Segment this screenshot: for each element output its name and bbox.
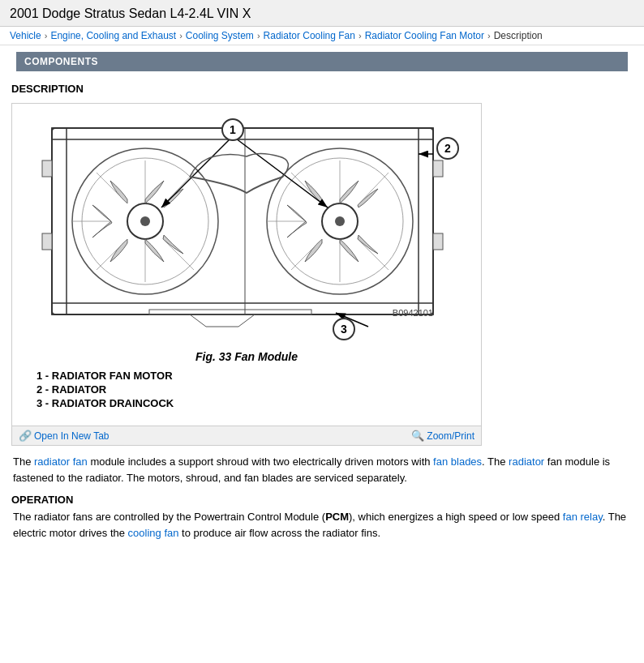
radiator-link-1[interactable]: radiator: [509, 456, 544, 468]
desc-text-3: . The: [482, 456, 509, 468]
section-header-components: COMPONENTS: [16, 52, 628, 71]
figure-caption: Fig. 33 Fan Module: [20, 350, 473, 363]
op-text-1: The radiator fans are controlled by the …: [13, 511, 325, 523]
breadcrumb-sep-4: ›: [358, 31, 362, 41]
svg-rect-45: [433, 233, 443, 250]
vehicle-title: 2001 Dodge Stratus Sedan L4-2.4L VIN X: [10, 6, 251, 20]
legend-item-1: 1 - RADIATOR FAN MOTOR: [36, 370, 457, 382]
svg-text:1: 1: [230, 123, 236, 136]
svg-rect-42: [42, 160, 52, 177]
cooling-fan-link[interactable]: cooling fan: [128, 527, 179, 539]
description-label: DESCRIPTION: [11, 83, 633, 95]
vehicle-title-normal: L4-2.4L VIN X: [166, 6, 251, 20]
svg-rect-44: [433, 160, 443, 177]
pcm-bold: PCM: [325, 511, 349, 523]
description-paragraph: The radiator fan module includes a suppo…: [11, 454, 633, 485]
svg-rect-43: [42, 233, 52, 250]
breadcrumb-fan-motor[interactable]: Radiator Cooling Fan Motor: [365, 30, 484, 41]
svg-text:2: 2: [444, 142, 451, 155]
svg-point-21: [335, 216, 345, 226]
svg-text:B0942101: B0942101: [393, 308, 433, 318]
zoom-print-link[interactable]: 🔍 Zoom/Print: [411, 430, 474, 442]
breadcrumb-sep-3: ›: [257, 31, 260, 41]
breadcrumb-current: Description: [494, 30, 543, 41]
main-content: DESCRIPTION: [0, 71, 644, 549]
op-text-4: to produce air flow across the radiator …: [179, 527, 381, 539]
legend: 1 - RADIATOR FAN MOTOR 2 - RADIATOR 3 - …: [20, 370, 473, 417]
breadcrumb-sep-2: ›: [179, 31, 182, 41]
operation-label: OPERATION: [11, 494, 633, 506]
op-text-2: ), which energizes a high speed or low s…: [349, 511, 563, 523]
breadcrumb-sep-5: ›: [487, 31, 491, 41]
breadcrumb-cooling-system[interactable]: Cooling System: [186, 30, 254, 41]
breadcrumb-engine[interactable]: Engine, Cooling and Exhaust: [50, 30, 176, 41]
breadcrumb: Vehicle › Engine, Cooling and Exhaust › …: [0, 27, 644, 45]
vehicle-title-bold: 2001 Dodge Stratus Sedan: [10, 6, 166, 20]
fan-relay-link[interactable]: fan relay: [563, 511, 603, 523]
operation-paragraph: The radiator fans are controlled by the …: [11, 509, 633, 541]
open-tab-icon: 🔗: [19, 430, 32, 442]
open-new-tab-link[interactable]: 🔗 Open In New Tab: [19, 430, 109, 442]
image-footer: 🔗 Open In New Tab 🔍 Zoom/Print: [12, 426, 481, 445]
zoom-icon: 🔍: [411, 430, 424, 442]
breadcrumb-radiator-fan[interactable]: Radiator Cooling Fan: [264, 30, 355, 41]
page-header: 2001 Dodge Stratus Sedan L4-2.4L VIN X: [0, 0, 644, 27]
breadcrumb-sep-1: ›: [45, 31, 48, 41]
desc-text-2: module includes a support shroud with tw…: [88, 456, 433, 468]
breadcrumb-vehicle[interactable]: Vehicle: [10, 30, 41, 41]
desc-text-1: The: [13, 456, 34, 468]
legend-item-2: 2 - RADIATOR: [36, 383, 457, 396]
diagram-box: 1 2 3 B0942101: [11, 103, 482, 446]
fan-diagram-svg: 1 2 3 B0942101: [28, 112, 466, 347]
diagram-area: 1 2 3 B0942101: [12, 104, 481, 426]
svg-point-10: [140, 216, 150, 226]
fan-blades-link[interactable]: fan blades: [433, 456, 482, 468]
radiator-fan-link[interactable]: radiator fan: [34, 456, 88, 468]
svg-text:3: 3: [341, 323, 347, 336]
legend-item-3: 3 - RADIATOR DRAINCOCK: [36, 397, 457, 409]
